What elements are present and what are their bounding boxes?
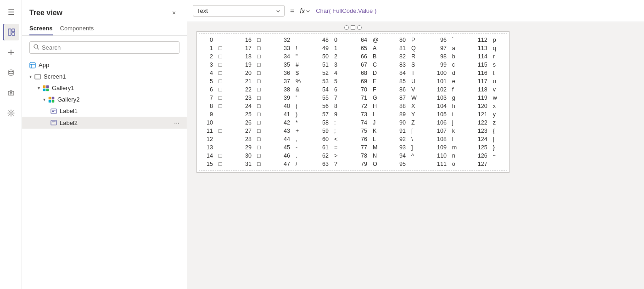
- sidebar-icon-media[interactable]: [3, 85, 19, 101]
- col-separator: [383, 44, 396, 52]
- ascii-num: 83: [396, 61, 409, 69]
- ascii-num: 74: [357, 119, 370, 127]
- search-box[interactable]: [29, 41, 179, 54]
- sidebar-icon-data[interactable]: [3, 64, 19, 81]
- ascii-char: 4: [331, 69, 344, 77]
- col-separator: [344, 152, 357, 160]
- table-row: 4□20□36$52468D84T100d116t: [203, 69, 503, 77]
- tree-item-label2[interactable]: Label2 ···: [22, 117, 187, 129]
- handle-dot-2[interactable]: [357, 25, 362, 30]
- ascii-num: 48: [319, 36, 331, 44]
- close-button[interactable]: ×: [168, 7, 179, 18]
- ascii-num: 125: [475, 143, 490, 152]
- tab-components[interactable]: Components: [60, 22, 94, 35]
- fx-button[interactable]: fx: [300, 7, 310, 15]
- tree-header: Tree view ×: [22, 0, 187, 22]
- svg-rect-20: [52, 97, 54, 99]
- ascii-num: 80: [396, 36, 409, 44]
- ascii-char: ?: [331, 160, 344, 168]
- sidebar-icon-settings[interactable]: [3, 105, 19, 121]
- tree-item-label1[interactable]: Label1: [22, 105, 187, 117]
- sidebar-icon-menu[interactable]: ☰: [3, 4, 19, 20]
- ascii-char: Q: [409, 44, 421, 52]
- ascii-char: □: [254, 94, 267, 102]
- ascii-num: 40: [280, 102, 293, 110]
- tree-item-gallery2[interactable]: ▾ Gallery2: [22, 94, 187, 105]
- ascii-num: 1: [203, 44, 216, 52]
- col-separator: [344, 52, 357, 61]
- tree-item-app[interactable]: App: [22, 59, 187, 71]
- search-icon: [34, 44, 39, 51]
- col-separator: [267, 44, 280, 52]
- col-separator: [421, 152, 434, 160]
- ascii-num: 47: [280, 160, 293, 168]
- ascii-num: 100: [434, 69, 449, 77]
- ascii-num: 126: [475, 152, 490, 160]
- ascii-num: 116: [475, 69, 490, 77]
- ascii-num: 93: [396, 143, 409, 152]
- ascii-num: 82: [396, 52, 409, 61]
- tab-screens[interactable]: Screens: [29, 22, 53, 35]
- ascii-num: 119: [475, 94, 490, 102]
- col-separator: [462, 44, 475, 52]
- item-actions-icon[interactable]: ···: [174, 119, 179, 126]
- col-separator: [267, 127, 280, 135]
- col-separator: [344, 61, 357, 69]
- formula-input[interactable]: Char( FullCode.Value ): [314, 6, 638, 15]
- ascii-num: 13: [203, 143, 216, 152]
- col-separator: [306, 69, 319, 77]
- ascii-char: >: [331, 152, 344, 160]
- ascii-char: □: [254, 52, 267, 61]
- sidebar-icon-layers[interactable]: [3, 24, 19, 40]
- tree-item-gallery1[interactable]: ▾ Gallery1: [22, 82, 187, 94]
- col-separator: [229, 69, 241, 77]
- table-row: 1228□44,60<76L92\108l124|: [203, 135, 503, 143]
- ascii-num: 5: [203, 77, 216, 85]
- col-separator: [462, 110, 475, 119]
- handle-dot[interactable]: [344, 25, 349, 30]
- tree-item-screen1[interactable]: ▾ Screen1: [22, 71, 187, 82]
- ascii-num: 4: [203, 69, 216, 77]
- ascii-char: g: [449, 94, 462, 102]
- col-separator: [421, 44, 434, 52]
- table-row: 8□24□40(56872H88X104h120x: [203, 102, 503, 110]
- gallery2-label: Gallery2: [57, 96, 179, 103]
- ascii-num: 77: [357, 143, 370, 152]
- ascii-char: [216, 110, 229, 119]
- ascii-num: 36: [280, 69, 293, 77]
- search-input[interactable]: [42, 44, 175, 51]
- col-separator: [383, 143, 396, 152]
- svg-rect-2: [12, 33, 15, 35]
- ascii-char: N: [370, 152, 383, 160]
- ascii-num: 18: [241, 52, 254, 61]
- ascii-char: □: [216, 69, 229, 77]
- ascii-char: □: [254, 102, 267, 110]
- ascii-char: &: [293, 85, 306, 94]
- label1-icon: [50, 108, 57, 114]
- svg-rect-11: [30, 62, 35, 68]
- ascii-char: .: [293, 152, 306, 160]
- handle-square[interactable]: [351, 25, 355, 30]
- ascii-num: 112: [475, 36, 490, 44]
- ascii-num: 64: [357, 36, 370, 44]
- table-row: 14□30□46.62>78N94^110n126~: [203, 152, 503, 160]
- col-separator: [383, 52, 396, 61]
- property-selector[interactable]: Text: [193, 5, 285, 17]
- ascii-num: 81: [396, 44, 409, 52]
- ascii-num: 55: [319, 94, 331, 102]
- svg-point-8: [10, 112, 12, 114]
- ascii-char: *: [293, 119, 306, 127]
- table-row: 7□23□39'55771G87W103g119w: [203, 94, 503, 102]
- ascii-char: L: [370, 135, 383, 143]
- ascii-char: }: [490, 143, 503, 152]
- ascii-char: ': [293, 94, 306, 102]
- col-separator: [383, 152, 396, 160]
- sidebar-icon-add[interactable]: [3, 44, 19, 61]
- col-separator: [383, 127, 396, 135]
- ascii-char: □: [254, 119, 267, 127]
- ascii-char: Y: [409, 110, 421, 119]
- col-separator: [344, 143, 357, 152]
- ascii-char: E: [370, 77, 383, 85]
- ascii-char: 9: [331, 110, 344, 119]
- svg-rect-14: [35, 74, 40, 79]
